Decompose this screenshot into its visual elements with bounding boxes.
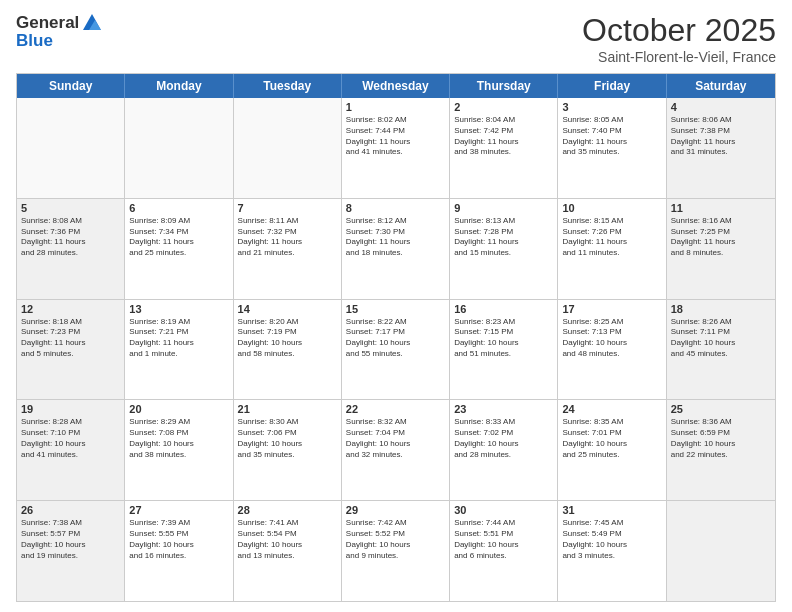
- cell-info: Sunrise: 8:25 AM Sunset: 7:13 PM Dayligh…: [562, 317, 661, 360]
- cell-info: Sunrise: 8:36 AM Sunset: 6:59 PM Dayligh…: [671, 417, 771, 460]
- calendar-cell: [125, 98, 233, 198]
- calendar-cell: [17, 98, 125, 198]
- calendar-cell: 15Sunrise: 8:22 AM Sunset: 7:17 PM Dayli…: [342, 300, 450, 400]
- cell-info: Sunrise: 7:38 AM Sunset: 5:57 PM Dayligh…: [21, 518, 120, 561]
- cell-info: Sunrise: 8:29 AM Sunset: 7:08 PM Dayligh…: [129, 417, 228, 460]
- logo-blue-text: Blue: [16, 31, 103, 51]
- day-number: 5: [21, 202, 120, 214]
- month-title: October 2025: [582, 12, 776, 49]
- cell-info: Sunrise: 8:13 AM Sunset: 7:28 PM Dayligh…: [454, 216, 553, 259]
- day-number: 27: [129, 504, 228, 516]
- calendar-cell: 9Sunrise: 8:13 AM Sunset: 7:28 PM Daylig…: [450, 199, 558, 299]
- page: General Blue October 2025 Saint-Florent-…: [0, 0, 792, 612]
- day-number: 18: [671, 303, 771, 315]
- cell-info: Sunrise: 8:16 AM Sunset: 7:25 PM Dayligh…: [671, 216, 771, 259]
- weekday-header-thursday: Thursday: [450, 74, 558, 98]
- day-number: 28: [238, 504, 337, 516]
- day-number: 9: [454, 202, 553, 214]
- day-number: 3: [562, 101, 661, 113]
- calendar-body: 1Sunrise: 8:02 AM Sunset: 7:44 PM Daylig…: [17, 98, 775, 601]
- weekday-header-sunday: Sunday: [17, 74, 125, 98]
- calendar-cell: 31Sunrise: 7:45 AM Sunset: 5:49 PM Dayli…: [558, 501, 666, 601]
- calendar-cell: 24Sunrise: 8:35 AM Sunset: 7:01 PM Dayli…: [558, 400, 666, 500]
- weekday-header-saturday: Saturday: [667, 74, 775, 98]
- logo-general-text: General: [16, 13, 79, 33]
- weekday-header-tuesday: Tuesday: [234, 74, 342, 98]
- calendar-cell: 18Sunrise: 8:26 AM Sunset: 7:11 PM Dayli…: [667, 300, 775, 400]
- day-number: 17: [562, 303, 661, 315]
- day-number: 10: [562, 202, 661, 214]
- calendar-cell: 29Sunrise: 7:42 AM Sunset: 5:52 PM Dayli…: [342, 501, 450, 601]
- calendar-cell: 4Sunrise: 8:06 AM Sunset: 7:38 PM Daylig…: [667, 98, 775, 198]
- calendar-cell: 22Sunrise: 8:32 AM Sunset: 7:04 PM Dayli…: [342, 400, 450, 500]
- calendar-cell: 25Sunrise: 8:36 AM Sunset: 6:59 PM Dayli…: [667, 400, 775, 500]
- calendar-cell: 13Sunrise: 8:19 AM Sunset: 7:21 PM Dayli…: [125, 300, 233, 400]
- day-number: 31: [562, 504, 661, 516]
- cell-info: Sunrise: 8:33 AM Sunset: 7:02 PM Dayligh…: [454, 417, 553, 460]
- cell-info: Sunrise: 8:20 AM Sunset: 7:19 PM Dayligh…: [238, 317, 337, 360]
- day-number: 12: [21, 303, 120, 315]
- day-number: 29: [346, 504, 445, 516]
- weekday-header-monday: Monday: [125, 74, 233, 98]
- day-number: 7: [238, 202, 337, 214]
- day-number: 4: [671, 101, 771, 113]
- logo-icon: [81, 12, 103, 34]
- calendar-cell: 27Sunrise: 7:39 AM Sunset: 5:55 PM Dayli…: [125, 501, 233, 601]
- header: General Blue October 2025 Saint-Florent-…: [16, 12, 776, 65]
- cell-info: Sunrise: 7:42 AM Sunset: 5:52 PM Dayligh…: [346, 518, 445, 561]
- day-number: 1: [346, 101, 445, 113]
- day-number: 30: [454, 504, 553, 516]
- day-number: 25: [671, 403, 771, 415]
- calendar-cell: 28Sunrise: 7:41 AM Sunset: 5:54 PM Dayli…: [234, 501, 342, 601]
- day-number: 24: [562, 403, 661, 415]
- cell-info: Sunrise: 7:41 AM Sunset: 5:54 PM Dayligh…: [238, 518, 337, 561]
- calendar-cell: 16Sunrise: 8:23 AM Sunset: 7:15 PM Dayli…: [450, 300, 558, 400]
- calendar-header: SundayMondayTuesdayWednesdayThursdayFrid…: [17, 74, 775, 98]
- cell-info: Sunrise: 8:28 AM Sunset: 7:10 PM Dayligh…: [21, 417, 120, 460]
- cell-info: Sunrise: 7:45 AM Sunset: 5:49 PM Dayligh…: [562, 518, 661, 561]
- calendar: SundayMondayTuesdayWednesdayThursdayFrid…: [16, 73, 776, 602]
- calendar-cell: [667, 501, 775, 601]
- cell-info: Sunrise: 8:18 AM Sunset: 7:23 PM Dayligh…: [21, 317, 120, 360]
- calendar-cell: 3Sunrise: 8:05 AM Sunset: 7:40 PM Daylig…: [558, 98, 666, 198]
- day-number: 13: [129, 303, 228, 315]
- title-block: October 2025 Saint-Florent-le-Vieil, Fra…: [582, 12, 776, 65]
- cell-info: Sunrise: 8:12 AM Sunset: 7:30 PM Dayligh…: [346, 216, 445, 259]
- calendar-cell: 1Sunrise: 8:02 AM Sunset: 7:44 PM Daylig…: [342, 98, 450, 198]
- calendar-cell: 17Sunrise: 8:25 AM Sunset: 7:13 PM Dayli…: [558, 300, 666, 400]
- calendar-cell: 10Sunrise: 8:15 AM Sunset: 7:26 PM Dayli…: [558, 199, 666, 299]
- day-number: 21: [238, 403, 337, 415]
- calendar-cell: 5Sunrise: 8:08 AM Sunset: 7:36 PM Daylig…: [17, 199, 125, 299]
- cell-info: Sunrise: 7:39 AM Sunset: 5:55 PM Dayligh…: [129, 518, 228, 561]
- cell-info: Sunrise: 8:04 AM Sunset: 7:42 PM Dayligh…: [454, 115, 553, 158]
- day-number: 22: [346, 403, 445, 415]
- cell-info: Sunrise: 8:08 AM Sunset: 7:36 PM Dayligh…: [21, 216, 120, 259]
- day-number: 8: [346, 202, 445, 214]
- cell-info: Sunrise: 8:23 AM Sunset: 7:15 PM Dayligh…: [454, 317, 553, 360]
- calendar-cell: 8Sunrise: 8:12 AM Sunset: 7:30 PM Daylig…: [342, 199, 450, 299]
- calendar-cell: 14Sunrise: 8:20 AM Sunset: 7:19 PM Dayli…: [234, 300, 342, 400]
- calendar-row-4: 26Sunrise: 7:38 AM Sunset: 5:57 PM Dayli…: [17, 500, 775, 601]
- day-number: 20: [129, 403, 228, 415]
- calendar-row-0: 1Sunrise: 8:02 AM Sunset: 7:44 PM Daylig…: [17, 98, 775, 198]
- day-number: 16: [454, 303, 553, 315]
- day-number: 15: [346, 303, 445, 315]
- calendar-cell: 23Sunrise: 8:33 AM Sunset: 7:02 PM Dayli…: [450, 400, 558, 500]
- day-number: 11: [671, 202, 771, 214]
- calendar-cell: [234, 98, 342, 198]
- cell-info: Sunrise: 8:11 AM Sunset: 7:32 PM Dayligh…: [238, 216, 337, 259]
- location: Saint-Florent-le-Vieil, France: [582, 49, 776, 65]
- cell-info: Sunrise: 8:15 AM Sunset: 7:26 PM Dayligh…: [562, 216, 661, 259]
- day-number: 2: [454, 101, 553, 113]
- calendar-cell: 26Sunrise: 7:38 AM Sunset: 5:57 PM Dayli…: [17, 501, 125, 601]
- calendar-cell: 20Sunrise: 8:29 AM Sunset: 7:08 PM Dayli…: [125, 400, 233, 500]
- cell-info: Sunrise: 8:26 AM Sunset: 7:11 PM Dayligh…: [671, 317, 771, 360]
- calendar-cell: 30Sunrise: 7:44 AM Sunset: 5:51 PM Dayli…: [450, 501, 558, 601]
- cell-info: Sunrise: 7:44 AM Sunset: 5:51 PM Dayligh…: [454, 518, 553, 561]
- cell-info: Sunrise: 8:02 AM Sunset: 7:44 PM Dayligh…: [346, 115, 445, 158]
- weekday-header-wednesday: Wednesday: [342, 74, 450, 98]
- cell-info: Sunrise: 8:05 AM Sunset: 7:40 PM Dayligh…: [562, 115, 661, 158]
- weekday-header-friday: Friday: [558, 74, 666, 98]
- cell-info: Sunrise: 8:30 AM Sunset: 7:06 PM Dayligh…: [238, 417, 337, 460]
- day-number: 14: [238, 303, 337, 315]
